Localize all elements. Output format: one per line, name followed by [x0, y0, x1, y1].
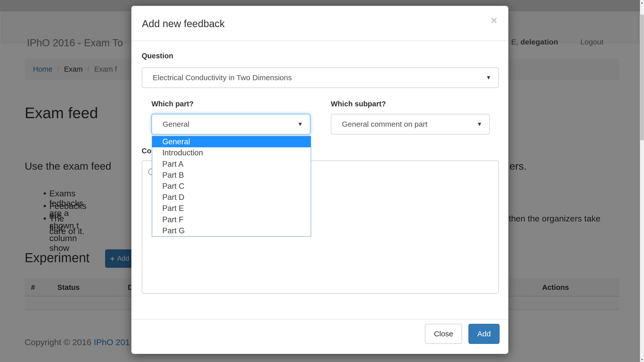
modal-footer-divider: [132, 319, 508, 320]
subpart-select-value: General comment on part: [342, 120, 427, 128]
scrollbar-up-icon[interactable]: ▲: [640, 1, 644, 5]
dropdown-option-part-c[interactable]: Part C: [152, 181, 311, 192]
add-feedback-modal: Add new feedback × Question Electrical C…: [131, 6, 508, 354]
part-dropdown-list: General Introduction Part A Part B Part …: [152, 136, 311, 237]
scrollbar-down-icon[interactable]: ▼: [640, 357, 644, 361]
part-select-value: General: [163, 120, 189, 128]
part-select[interactable]: General ▼: [151, 114, 310, 134]
question-select[interactable]: Electrical Conductivity in Two Dimension…: [142, 67, 499, 88]
question-select-value: Electrical Conductivity in Two Dimension…: [153, 73, 292, 82]
caret-down-icon: ▼: [477, 121, 482, 127]
caret-down-icon: ▼: [297, 121, 303, 127]
close-button[interactable]: Close: [425, 324, 462, 344]
scrollbar-thumb[interactable]: [640, 15, 644, 140]
modal-title: Add new feedback: [142, 18, 225, 29]
close-icon[interactable]: ×: [491, 14, 497, 27]
dropdown-option-general[interactable]: General: [152, 136, 311, 147]
dropdown-option-part-d[interactable]: Part D: [152, 192, 311, 203]
dropdown-option-part-e[interactable]: Part E: [152, 203, 311, 214]
dropdown-option-part-b[interactable]: Part B: [152, 170, 311, 181]
dropdown-option-introduction[interactable]: Introduction: [152, 147, 311, 158]
dropdown-option-part-f[interactable]: Part F: [152, 214, 311, 225]
question-label: Question: [142, 52, 173, 60]
add-button[interactable]: Add: [468, 324, 500, 344]
modal-header-divider: [132, 40, 508, 41]
dropdown-option-part-a[interactable]: Part A: [152, 158, 311, 169]
part-label: Which part?: [151, 100, 194, 108]
subpart-select[interactable]: General comment on part ▼: [331, 114, 490, 134]
subpart-label: Which subpart?: [331, 100, 386, 108]
caret-down-icon: ▼: [486, 74, 491, 81]
dropdown-option-part-g[interactable]: Part G: [152, 225, 311, 236]
scrollbar[interactable]: ▲ ▼: [640, 0, 644, 362]
